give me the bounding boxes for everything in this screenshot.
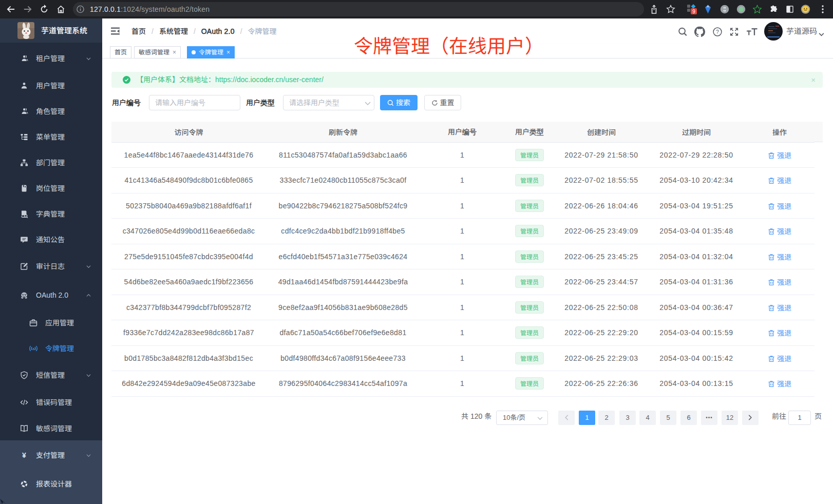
svg-text:¥: ¥ (22, 451, 26, 459)
svg-text:?: ? (716, 29, 719, 34)
svg-text:9: 9 (692, 9, 695, 14)
svg-text:a: a (32, 346, 35, 351)
